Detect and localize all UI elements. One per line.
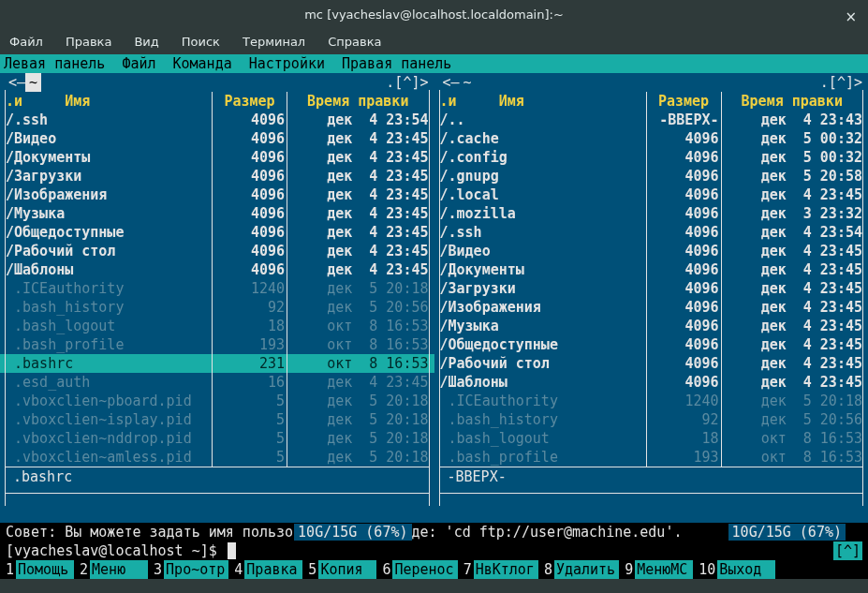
mc-menu-options[interactable]: Настройки [249,54,325,73]
file-row[interactable]: /.ssh4096дек 4 23:54 [0,111,434,129]
file-row[interactable]: .bash_history92дек 5 20:56 [434,410,869,429]
file-row[interactable]: /.config4096дек 5 00:32 [434,148,869,167]
mc-menu-left[interactable]: Левая панель [4,54,105,73]
file-row[interactable]: .vboxclien~isplay.pid5дек 5 20:18 [0,410,434,429]
window-titlebar: mc [vyacheslav@localhost.localdomain]:~ … [0,0,868,30]
file-row[interactable]: /Видео4096дек 4 23:45 [434,242,869,260]
mc-menu-command[interactable]: Команда [173,54,232,73]
menu-terminal[interactable]: Терминал [239,31,309,53]
panels-container: <— ~ .[^]> .и Имя Размер Время правки /.… [0,73,868,523]
fkey-3[interactable]: 3Про~отр [148,560,228,579]
function-keys: 1Помощь2Меню3Про~отр4Правка5Копия6Перено… [0,560,868,579]
mc-menu-right[interactable]: Правая панель [342,54,451,73]
file-row[interactable]: /.mozilla4096дек 3 23:32 [434,204,869,223]
panel-scroll-arrows[interactable]: .[^]> [820,73,862,92]
window-title: mc [vyacheslav@localhost.localdomain]:~ [304,6,564,24]
file-row[interactable]: /.gnupg4096дек 5 20:58 [434,167,869,185]
cursor-icon [228,542,236,559]
fkey-2[interactable]: 2Меню [74,560,148,579]
menu-search[interactable]: Поиск [178,31,224,53]
mc-menu-file[interactable]: Файл [122,54,155,73]
file-row[interactable]: .esd_auth16дек 4 23:45 [0,373,434,392]
right-panel-diskinfo: 10G/15G (67%) [434,485,869,504]
file-row[interactable]: /.local4096дек 4 23:45 [434,185,869,204]
file-row[interactable]: /Общедоступные4096дек 4 23:45 [0,223,434,242]
file-row[interactable]: .ICEauthority1240дек 5 20:18 [434,392,869,410]
left-panel-status: .bashrc [6,467,429,485]
fkey-10[interactable]: 10Выход [693,560,775,579]
file-row[interactable]: .vboxclien~nddrop.pid5дек 5 20:18 [0,429,434,448]
file-row[interactable]: /Видео4096дек 4 23:45 [0,129,434,148]
close-icon[interactable]: × [845,7,857,26]
file-row[interactable]: /Музыка4096дек 4 23:45 [0,204,434,223]
left-panel-rows[interactable]: /.ssh4096дек 4 23:54/Видео4096дек 4 23:4… [0,111,434,467]
file-row[interactable]: /Загрузки4096дек 4 23:45 [434,279,869,298]
left-panel-diskinfo: 10G/15G (67%) [0,485,434,504]
file-row[interactable]: /Документы4096дек 4 23:45 [0,148,434,167]
file-row[interactable]: /Рабочий стол4096дек 4 23:45 [0,242,434,260]
file-row[interactable]: /.ssh4096дек 4 23:54 [434,223,869,242]
file-row[interactable]: /..-ВВЕРХ-дек 4 23:43 [434,111,869,129]
file-row[interactable]: .bash_history92дек 5 20:56 [0,298,434,317]
file-row[interactable]: /Шаблоны4096дек 4 23:45 [434,373,869,392]
mc-menubar: Левая панель Файл Команда Настройки Прав… [0,54,868,73]
menu-edit[interactable]: Правка [62,31,115,53]
menu-file[interactable]: Файл [6,31,47,53]
fkey-6[interactable]: 6Перенос [376,560,457,579]
right-panel: <— ~ .[^]> .и Имя Размер Время правки /.… [434,73,869,523]
file-row[interactable]: /Загрузки4096дек 4 23:45 [0,167,434,185]
app-menubar: Файл Правка Вид Поиск Терминал Справка [0,30,868,54]
menu-help[interactable]: Справка [324,31,385,53]
file-row[interactable]: /Общедоступные4096дек 4 23:45 [434,335,869,354]
left-panel: <— ~ .[^]> .и Имя Размер Время правки /.… [0,73,434,523]
left-panel-header: .и Имя Размер Время правки [0,92,434,111]
file-row[interactable]: .vboxclien~amless.pid5дек 5 20:18 [0,448,434,467]
file-row[interactable]: /.cache4096дек 5 00:32 [434,129,869,148]
fkey-4[interactable]: 4Правка [228,560,302,579]
right-panel-status: -ВВЕРХ- [440,467,863,485]
menu-view[interactable]: Вид [130,31,162,53]
file-row[interactable]: .ICEauthority1240дек 5 20:18 [0,279,434,298]
right-panel-header: .и Имя Размер Время правки [434,92,869,111]
file-row[interactable]: .bash_profile193окт 8 16:53 [434,448,869,467]
file-row[interactable]: .bashrc231окт 8 16:53 [0,354,434,373]
fkey-8[interactable]: 8Удалить [538,560,619,579]
file-row[interactable]: .bash_logout18окт 8 16:53 [0,317,434,335]
fkey-5[interactable]: 5Копия [302,560,376,579]
fkey-7[interactable]: 7НвКтлог [458,560,538,579]
left-panel-path[interactable]: <— ~ .[^]> [0,73,434,92]
file-row[interactable]: /Документы4096дек 4 23:45 [434,260,869,279]
right-panel-path[interactable]: <— ~ .[^]> [434,73,869,92]
file-row[interactable]: .vboxclien~pboard.pid5дек 5 20:18 [0,392,434,410]
prompt-history-icon[interactable]: [^] [833,541,862,560]
file-row[interactable]: /Рабочий стол4096дек 4 23:45 [434,354,869,373]
panel-scroll-arrows[interactable]: .[^]> [386,73,428,92]
file-row[interactable]: .bash_logout18окт 8 16:53 [434,429,869,448]
file-row[interactable]: /Изображения4096дек 4 23:45 [434,298,869,317]
file-row[interactable]: /Музыка4096дек 4 23:45 [434,317,869,335]
file-row[interactable]: .bash_profile193окт 8 16:53 [0,335,434,354]
right-panel-rows[interactable]: /..-ВВЕРХ-дек 4 23:43/.cache4096дек 5 00… [434,111,869,467]
file-row[interactable]: /Изображения4096дек 4 23:45 [0,185,434,204]
shell-prompt[interactable]: [vyacheslav@localhost ~]$ [^] [0,541,868,560]
fkey-9[interactable]: 9МенюMC [619,560,693,579]
fkey-1[interactable]: 1Помощь [0,560,74,579]
file-row[interactable]: /Шаблоны4096дек 4 23:45 [0,260,434,279]
